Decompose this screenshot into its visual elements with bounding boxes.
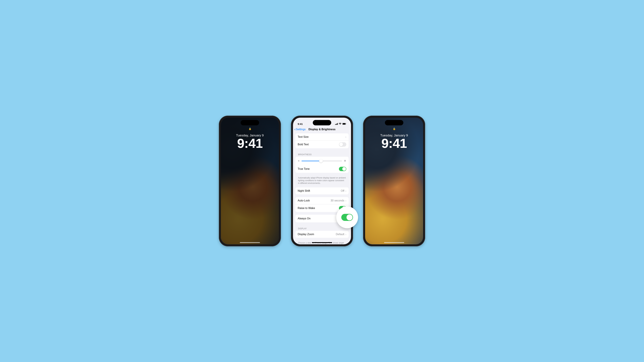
- lock-screen-dimmed: 🔒 Tuesday, January 9 9:41: [221, 118, 279, 244]
- row-label: Text Size: [298, 135, 308, 138]
- phone-right: 🔒 Tuesday, January 9 9:41: [363, 116, 425, 246]
- svg-rect-6: [346, 123, 346, 124]
- sun-large-icon: ☀︎: [344, 159, 346, 163]
- svg-rect-1: [336, 124, 336, 125]
- row-label: Always On: [298, 217, 310, 220]
- brightness-slider-row: ☀︎ ☀︎: [295, 157, 349, 165]
- true-tone-footer: Automatically adapt iPhone display based…: [295, 175, 349, 185]
- back-button[interactable]: ‹ Settings: [294, 127, 306, 132]
- lock-time: 9:41: [365, 136, 423, 151]
- row-value: 30 seconds: [330, 199, 344, 202]
- row-label: Raise to Wake: [298, 207, 315, 210]
- brightness-slider[interactable]: [302, 161, 342, 161]
- battery-icon: [342, 122, 346, 125]
- lock-screen: 🔒 Tuesday, January 9 9:41: [365, 118, 423, 244]
- home-indicator[interactable]: [384, 242, 404, 243]
- svg-rect-5: [343, 123, 346, 124]
- true-tone-row: True Tone: [295, 165, 349, 173]
- bold-text-row: Bold Text: [295, 140, 349, 148]
- svg-rect-0: [335, 124, 336, 125]
- row-label: Bold Text: [298, 143, 309, 146]
- phone-left: 🔒 Tuesday, January 9 9:41: [219, 116, 281, 246]
- back-label: Settings: [296, 128, 306, 131]
- bold-text-toggle[interactable]: [339, 142, 346, 147]
- status-time: 9:41: [298, 122, 303, 125]
- lock-icon: 🔒: [248, 127, 252, 130]
- chevron-right-icon: ›: [345, 233, 346, 236]
- display-zoom-row[interactable]: Display Zoom Default ›: [295, 231, 349, 238]
- dynamic-island: [313, 120, 331, 125]
- row-value: Default: [336, 233, 344, 236]
- cellular-icon: [335, 122, 338, 125]
- brightness-header: BRIGHTNESS: [295, 151, 349, 157]
- row-label: True Tone: [298, 167, 310, 170]
- phone-center: 9:41 ‹ Settings: [291, 116, 353, 246]
- dynamic-island: [385, 120, 403, 125]
- text-size-row[interactable]: Text Size ›: [295, 133, 349, 140]
- svg-rect-3: [338, 123, 338, 125]
- magnifier-callout: [336, 206, 358, 228]
- chevron-left-icon: ‹: [294, 127, 296, 132]
- sun-small-icon: ☀︎: [298, 160, 300, 162]
- nav-bar: ‹ Settings Display & Brightness: [293, 126, 351, 133]
- true-tone-toggle[interactable]: [339, 167, 346, 171]
- night-shift-row[interactable]: Night Shift Off ›: [295, 187, 349, 194]
- wifi-icon: [339, 122, 342, 125]
- chevron-right-icon: ›: [345, 199, 346, 202]
- home-indicator[interactable]: [240, 242, 260, 243]
- auto-lock-row[interactable]: Auto-Lock 30 seconds ›: [295, 197, 349, 204]
- always-on-toggle-magnified[interactable]: [341, 214, 353, 221]
- row-label: Auto-Lock: [298, 199, 310, 202]
- lock-time: 9:41: [221, 136, 279, 151]
- lock-icon: 🔒: [393, 127, 396, 130]
- dynamic-island: [241, 120, 259, 125]
- row-value: Off: [341, 189, 344, 192]
- svg-rect-2: [336, 123, 337, 125]
- chevron-right-icon: ›: [345, 135, 346, 138]
- chevron-right-icon: ›: [345, 189, 346, 192]
- row-label: Display Zoom: [298, 233, 314, 236]
- home-indicator[interactable]: [312, 242, 332, 243]
- row-label: Night Shift: [298, 189, 310, 192]
